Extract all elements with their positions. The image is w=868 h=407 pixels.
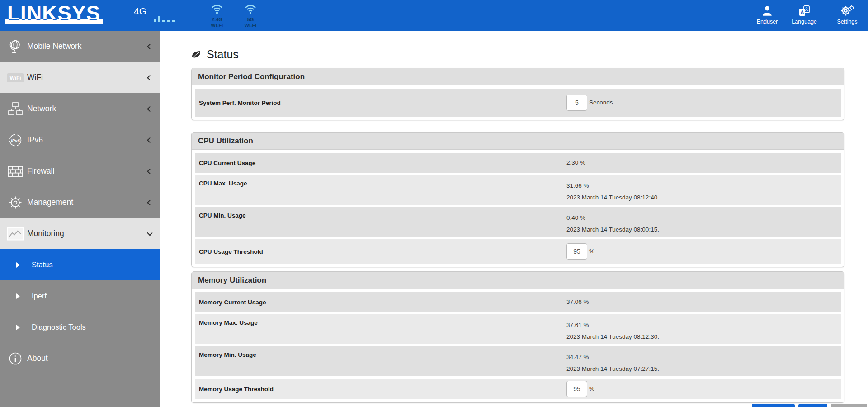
panel-header: CPU Utilization (192, 133, 844, 150)
unit-suffix: Seconds (589, 97, 613, 109)
memory-threshold-input[interactable] (566, 381, 587, 397)
wifi-5g-icon (244, 3, 257, 15)
info-icon (5, 351, 25, 366)
footer-action-button-2[interactable] (798, 404, 827, 407)
signal-strength-icon (154, 15, 175, 22)
wifi-5g-indicator: 5G Wi-Fi (238, 3, 263, 28)
language-menu[interactable]: 文 A Language (787, 4, 821, 25)
row-label: System Perf. Monitor Period (195, 99, 566, 106)
sidebar-item-management[interactable]: Management (0, 187, 160, 218)
row-timestamp: 2023 March 14 Tuesday 07:27:15. (566, 363, 659, 375)
sidebar-subitem-diagnostic-tools[interactable]: Diagnostic Tools (0, 312, 160, 343)
config-row: CPU Usage Threshold % (195, 239, 841, 264)
sidebar-subitem-status[interactable]: Status (0, 249, 160, 280)
firewall-brick-icon (5, 165, 25, 178)
cpu-threshold-input[interactable] (566, 243, 587, 260)
settings-label: Settings (830, 19, 864, 25)
sidebar-item-mobile-network[interactable]: Mobile Network (0, 31, 160, 62)
language-label: Language (787, 19, 821, 25)
row-label: Memory Current Usage (195, 299, 566, 306)
config-row: System Perf. Monitor Period Seconds (195, 89, 841, 117)
chevron-left-icon (147, 199, 153, 205)
wifi-24g-label-line2: Wi-Fi (204, 23, 230, 28)
main-content: Status Monitor Period Configuration Syst… (160, 31, 868, 407)
chevron-left-icon (147, 137, 153, 143)
panel-header: Memory Utilization (192, 272, 844, 289)
settings-menu[interactable]: Settings (830, 4, 864, 25)
chevron-left-icon (147, 168, 153, 174)
globe-icon (5, 39, 25, 54)
triangle-right-icon (16, 325, 20, 330)
wifi-5g-label-line1: 5G (238, 17, 263, 23)
monitoring-chart-icon (5, 227, 25, 241)
config-row: CPU Current Usage 2.30 % (195, 153, 841, 173)
row-label: CPU Max. Usage (195, 180, 566, 187)
ipv6-icon: IPv6 (5, 133, 25, 148)
row-value: 2.30 % (566, 157, 585, 169)
sidebar-item-monitoring[interactable]: Monitoring (0, 218, 160, 249)
sidebar-item-label: WiFi (27, 73, 43, 82)
wifi-24g-label-line1: 2.4G (204, 17, 230, 23)
gear-icon (5, 195, 25, 210)
sidebar-item-label: Network (27, 104, 56, 114)
sidebar-subitem-label: Iperf (32, 292, 47, 300)
logo-bottom-strip: LINKSYS (5, 19, 103, 24)
memory-utilization-panel: Memory Utilization Memory Current Usage … (191, 271, 844, 403)
row-timestamp: 2023 March 14 Tuesday 08:00:15. (566, 224, 659, 236)
footer-action-button-1[interactable] (752, 404, 795, 407)
top-header-bar: LINKSYS LINKSYS 4G 2.4G Wi-Fi 5G Wi-Fi (0, 0, 868, 31)
sidebar-item-label: Firewall (27, 166, 54, 176)
row-value: 37.61 % (566, 319, 659, 331)
svg-text:WiFi: WiFi (9, 75, 21, 81)
row-label: CPU Current Usage (195, 160, 566, 166)
enduser-menu[interactable]: Enduser (750, 4, 784, 25)
row-value: 37.06 % (566, 296, 589, 308)
user-icon (750, 4, 784, 18)
chevron-left-icon (147, 43, 153, 49)
wifi-5g-label-line2: Wi-Fi (238, 23, 263, 28)
row-timestamp: 2023 March 14 Tuesday 08:12:40. (566, 192, 659, 204)
row-label: Memory Min. Usage (195, 351, 566, 358)
enduser-label: Enduser (750, 19, 784, 25)
sidebar-item-label: Management (27, 198, 73, 207)
config-row: Memory Usage Threshold % (195, 379, 841, 399)
footer-action-button-3[interactable] (831, 404, 867, 407)
sidebar-item-wifi[interactable]: WiFi WiFi (0, 62, 160, 93)
chevron-left-icon (147, 75, 153, 80)
wifi-24g-indicator: 2.4G Wi-Fi (204, 3, 230, 28)
logo-ghost-text: LINKSYS (7, 19, 100, 24)
panel-header: Monitor Period Configuration (192, 68, 844, 85)
sidebar-item-label: About (27, 354, 48, 363)
sidebar-item-firewall[interactable]: Firewall (0, 156, 160, 187)
page-title-text: Status (207, 48, 239, 61)
sidebar-item-label: Mobile Network (27, 42, 82, 51)
row-label: Memory Usage Threshold (195, 386, 566, 393)
chevron-left-icon (147, 106, 153, 112)
config-row: Memory Min. Usage 34.47 % 2023 March 14 … (195, 346, 841, 376)
row-value: 34.47 % (566, 351, 659, 363)
sidebar-subitem-label: Diagnostic Tools (32, 323, 86, 331)
sidebar-item-ipv6[interactable]: IPv6 IPv6 (0, 124, 160, 156)
sidebar-item-about[interactable]: About (0, 343, 160, 374)
chevron-down-icon (147, 230, 153, 236)
triangle-right-icon (16, 262, 20, 268)
wifi-badge-icon: WiFi (5, 72, 25, 83)
sidebar-subitem-label: Status (32, 260, 53, 269)
monitor-period-input[interactable] (566, 95, 587, 111)
sidebar-subitem-iperf[interactable]: Iperf (0, 280, 160, 312)
leaf-icon (191, 50, 201, 59)
row-timestamp: 2023 March 14 Tuesday 08:12:30. (566, 331, 659, 343)
page-title: Status (191, 48, 239, 61)
row-label: CPU Min. Usage (195, 212, 566, 219)
unit-suffix: % (589, 383, 594, 395)
sidebar-item-label: Monitoring (27, 229, 64, 238)
sidebar-item-label: IPv6 (27, 135, 43, 145)
triangle-right-icon (16, 293, 20, 299)
translate-icon: 文 A (787, 4, 821, 18)
config-row: Memory Current Usage 37.06 % (195, 292, 841, 312)
svg-text:IPv6: IPv6 (11, 138, 20, 143)
svg-text:A: A (801, 9, 804, 15)
cpu-utilization-panel: CPU Utilization CPU Current Usage 2.30 %… (191, 132, 844, 267)
network-topology-icon (5, 101, 25, 117)
sidebar-item-network[interactable]: Network (0, 93, 160, 124)
